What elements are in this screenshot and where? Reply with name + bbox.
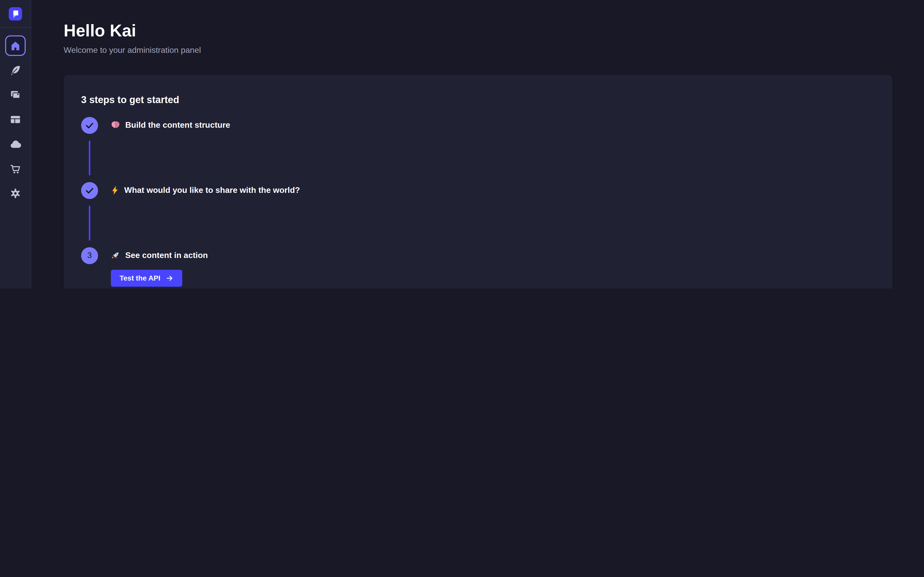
test-the-api-label: Test the API [120,274,160,282]
strapi-dashboard: KD Hello Kai Welcome to your administrat… [0,0,924,288]
sidebar-item-media-library[interactable] [5,85,26,105]
sidebar-item-content-manager[interactable] [5,60,26,81]
layout-icon [9,113,21,126]
page-title: Hello Kai [64,21,893,41]
strapi-logo-icon [9,7,22,21]
step-3-label-row: See content in action [111,247,208,264]
rocket-emoji-icon [111,251,120,260]
step-2-check-circle [81,182,98,199]
home-icon [10,40,21,51]
check-icon [81,117,98,134]
step-1-label-row: Build the content structure [111,117,230,134]
arrow-right-icon [166,274,174,282]
page-subtitle: Welcome to your administration panel [64,45,893,55]
step-3-label: See content in action [125,251,208,260]
sidebar-item-home[interactable] [5,35,26,56]
step-connector [89,205,90,240]
sidebar-item-deploy[interactable] [5,134,26,155]
step-connector [89,140,90,175]
step-2-label: What would you like to share with the wo… [124,186,300,195]
sidebar-item-settings[interactable] [5,183,26,204]
sidebar-item-marketplace[interactable] [5,158,26,179]
feather-icon [9,64,21,76]
test-the-api-button[interactable]: Test the API [111,269,183,287]
step-3-number-circle: 3 [81,247,98,264]
guided-tour-card: 3 steps to get started [64,75,893,288]
main-content: Hello Kai Welcome to your administration… [31,0,924,288]
step-1-label: Build the content structure [125,121,230,130]
gear-icon [9,187,21,200]
sidebar: KD [0,0,31,288]
step-2-label-row: What would you like to share with the wo… [111,182,300,199]
check-icon [81,182,98,199]
guided-tour-steps: Build the content structure [81,117,874,287]
cloud-icon [9,138,22,150]
sidebar-nav [5,28,26,208]
images-icon [9,89,21,101]
step-3-number: 3 [87,251,92,260]
sidebar-item-content-type-builder[interactable] [5,109,26,130]
tour-step-1: Build the content structure [81,117,874,182]
guided-tour-title: 3 steps to get started [81,94,874,105]
tour-step-2: What would you like to share with the wo… [81,182,874,247]
brain-emoji-icon [111,121,120,130]
cart-icon [9,163,21,175]
step-1-check-circle [81,117,98,134]
tour-step-3: 3 [81,247,874,287]
lightning-emoji-icon [111,186,119,195]
